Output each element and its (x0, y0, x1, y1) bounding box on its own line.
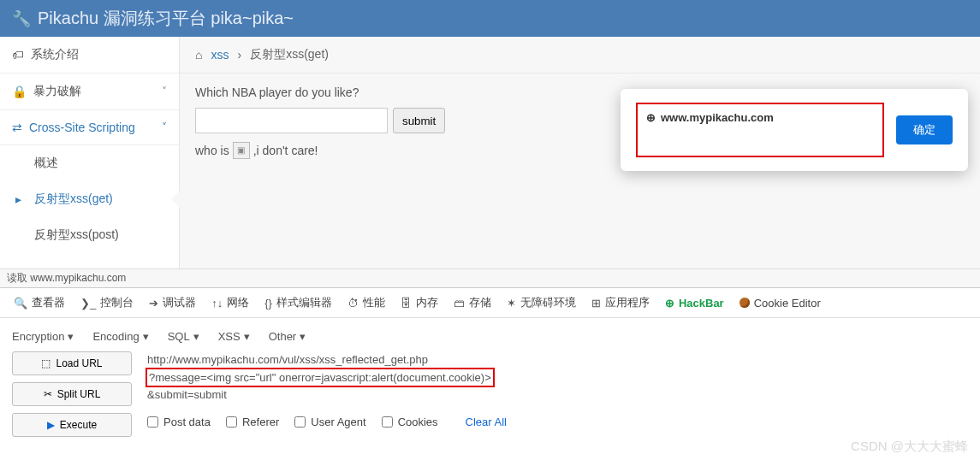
alert-dialog: ⊕ www.mypikachu.com 确定 (621, 89, 968, 171)
check-useragent[interactable]: User Agent (294, 416, 365, 428)
app-header: 🔧 Pikachu 漏洞练习平台 pika~pika~ (0, 0, 980, 37)
tab-cookie-editor[interactable]: Cookie Editor (733, 293, 828, 313)
devtools: 🔍查看器 ❯_控制台 ➔调试器 ↑↓网络 {}样式编辑器 ⏱性能 🗄内存 🗃存储… (0, 287, 980, 445)
globe-icon: ⊕ (646, 111, 656, 124)
tab-application[interactable]: ⊞应用程序 (585, 292, 656, 314)
caret-icon: ▾ (193, 330, 199, 343)
check-postdata[interactable]: Post data (147, 416, 211, 428)
caret-icon: ▾ (143, 330, 149, 343)
xss-icon: ⇄ (12, 121, 22, 134)
menu-encoding[interactable]: Encoding ▾ (92, 330, 148, 343)
broken-image-icon: ▣ (233, 142, 250, 159)
breadcrumb-current: 反射型xss(get) (250, 47, 329, 62)
network-icon: ↑↓ (211, 297, 223, 310)
hackbar-menus: Encryption ▾ Encoding ▾ SQL ▾ XSS ▾ Othe… (12, 327, 968, 351)
memory-icon: 🗄 (401, 297, 412, 310)
tab-memory[interactable]: 🗄内存 (394, 292, 445, 314)
tab-storage[interactable]: 🗃存储 (447, 292, 498, 314)
tab-style[interactable]: {}样式编辑器 (258, 292, 339, 314)
sidebar-item-bruteforce[interactable]: 🔒暴力破解 ˅ (0, 74, 179, 110)
key-icon: 🔧 (12, 9, 31, 28)
status-bar: 读取 www.mypikachu.com (0, 268, 980, 287)
hackbar-panel: Encryption ▾ Encoding ▾ SQL ▾ XSS ▾ Othe… (0, 318, 980, 445)
sidebar: 🏷系统介绍 🔒暴力破解 ˅ ⇄Cross-Site Scripting ˅ 概述… (0, 37, 180, 268)
alert-ok-button[interactable]: 确定 (896, 115, 953, 144)
home-icon[interactable]: ⌂ (195, 48, 202, 62)
sidebar-item-xss[interactable]: ⇄Cross-Site Scripting ˅ (0, 110, 179, 145)
clear-all-link[interactable]: Clear All (466, 416, 507, 428)
tab-accessibility[interactable]: ✶无障碍环境 (500, 292, 583, 314)
url-line-1: http://www.mypikachu.com/vul/xss/xss_ref… (147, 351, 968, 369)
hackbar-icon: ⊕ (665, 297, 674, 310)
debugger-icon: ➔ (149, 297, 158, 310)
url-line-2-highlighted: ?message=<img src="url" onerror=javascri… (147, 369, 493, 386)
perf-icon: ⏱ (347, 297, 359, 310)
execute-button[interactable]: ▶Execute (12, 413, 132, 437)
url-line-3: &submit=submit (147, 386, 968, 404)
breadcrumb-link-xss[interactable]: xss (211, 48, 229, 62)
load-icon: ⬚ (41, 357, 50, 369)
devtools-tabbar: 🔍查看器 ❯_控制台 ➔调试器 ↑↓网络 {}样式编辑器 ⏱性能 🗄内存 🗃存储… (0, 288, 980, 318)
player-input[interactable] (195, 108, 388, 133)
app-title: Pikachu 漏洞练习平台 pika~pika~ (38, 7, 294, 30)
chevron-down-icon: ˅ (162, 121, 167, 133)
app-icon: ⊞ (591, 297, 601, 310)
storage-icon: 🗃 (454, 297, 465, 310)
lock-icon: 🔒 (12, 85, 27, 98)
split-icon: ✂ (44, 388, 52, 400)
execute-icon: ▶ (47, 419, 55, 431)
submit-button[interactable]: submit (393, 108, 445, 133)
tab-debugger[interactable]: ➔调试器 (142, 292, 203, 314)
menu-other[interactable]: Other ▾ (269, 330, 306, 343)
sidebar-item-intro[interactable]: 🏷系统介绍 (0, 37, 179, 74)
caret-icon: ▾ (300, 330, 306, 343)
console-icon: ❯_ (80, 297, 96, 310)
breadcrumb-sep: › (237, 48, 241, 62)
menu-sql[interactable]: SQL ▾ (168, 330, 199, 343)
style-icon: {} (264, 297, 272, 310)
sidebar-sub-reflected-post[interactable]: 反射型xss(post) (0, 217, 179, 253)
tab-performance[interactable]: ⏱性能 (341, 292, 392, 314)
menu-xss[interactable]: XSS ▾ (218, 330, 250, 343)
chevron-down-icon: ˅ (162, 86, 167, 97)
menu-encryption[interactable]: Encryption ▾ (12, 330, 74, 343)
caret-icon: ▾ (68, 330, 74, 343)
tab-hackbar[interactable]: ⊕HackBar (658, 293, 731, 313)
inspector-icon: 🔍 (14, 297, 27, 310)
alert-domain: www.mypikachu.com (661, 111, 774, 124)
url-textarea[interactable]: http://www.mypikachu.com/vul/xss/xss_ref… (147, 351, 968, 437)
check-cookies[interactable]: Cookies (382, 416, 438, 428)
cookie-icon (739, 298, 750, 308)
check-referer[interactable]: Referer (226, 416, 279, 428)
a11y-icon: ✶ (507, 297, 516, 310)
load-url-button[interactable]: ⬚Load URL (12, 351, 132, 375)
tab-console[interactable]: ❯_控制台 (74, 292, 140, 314)
alert-message-box: ⊕ www.mypikachu.com (636, 103, 884, 157)
tab-inspector[interactable]: 🔍查看器 (7, 292, 72, 314)
sidebar-sub-overview[interactable]: 概述 (0, 145, 179, 181)
sidebar-sub-reflected-get[interactable]: 反射型xss(get) (0, 181, 179, 217)
tag-icon: 🏷 (12, 48, 24, 62)
split-url-button[interactable]: ✂Split URL (12, 382, 132, 406)
breadcrumb: ⌂ xss › 反射型xss(get) (180, 37, 980, 74)
caret-icon: ▾ (244, 330, 250, 343)
tab-network[interactable]: ↑↓网络 (205, 292, 256, 314)
